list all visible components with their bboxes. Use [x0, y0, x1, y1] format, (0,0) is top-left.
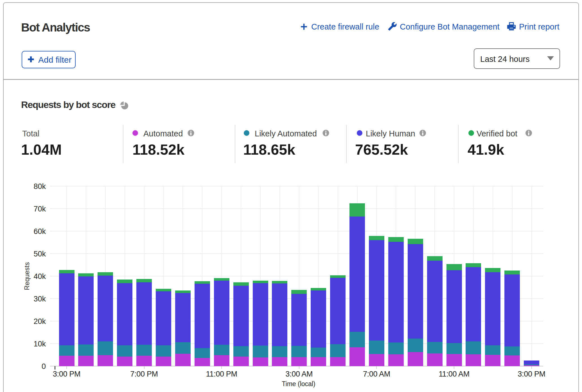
svg-text:Time (local): Time (local) [282, 380, 315, 388]
svg-text:80k: 80k [33, 182, 46, 191]
svg-text:11:00 AM: 11:00 AM [439, 370, 470, 378]
svg-text:Requests: Requests [23, 262, 31, 290]
svg-text:30k: 30k [33, 295, 46, 303]
svg-text:40k: 40k [33, 272, 46, 281]
svg-text:0: 0 [42, 362, 46, 371]
svg-text:60k: 60k [33, 227, 46, 236]
svg-text:10k: 10k [33, 340, 46, 348]
svg-text:7:00 AM: 7:00 AM [363, 370, 390, 378]
svg-text:3:00 AM: 3:00 AM [285, 370, 313, 378]
svg-text:11:00 PM: 11:00 PM [206, 370, 237, 378]
svg-text:50k: 50k [33, 250, 46, 258]
svg-text:20k: 20k [33, 317, 46, 326]
svg-text:7:00 PM: 7:00 PM [130, 370, 158, 378]
svg-text:3:00 PM: 3:00 PM [53, 370, 80, 378]
svg-text:3:00 PM: 3:00 PM [518, 370, 545, 378]
svg-text:70k: 70k [33, 205, 46, 213]
